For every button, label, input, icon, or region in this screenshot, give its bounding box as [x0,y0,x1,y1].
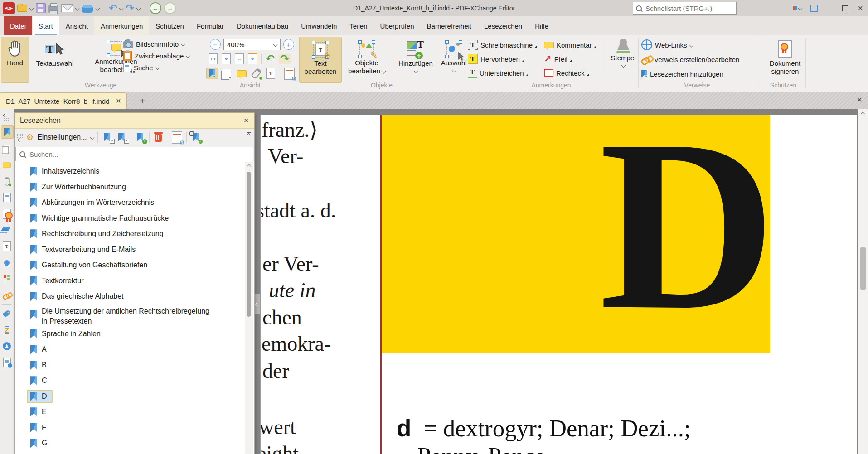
bookmark-item[interactable]: Wichtige grammatische Fachausdrücke [15,211,254,227]
edit-objects-button[interactable]: ✎ Objekte bearbeiten [341,37,393,82]
bookmark-item[interactable]: B [15,357,254,373]
sign-document-button[interactable]: Dokument signieren [763,37,807,82]
open-file-icon[interactable] [17,5,27,12]
sidebar-layers-icon[interactable] [1,224,13,237]
screenshot-button[interactable]: Bildschirmfoto [123,38,189,50]
collapse-strip-icon[interactable] [4,111,7,118]
web-links-button[interactable]: Web-Links [641,39,739,51]
sidebar-order-icon[interactable]: Z [1,324,13,336]
document-scrollbar[interactable] [858,109,868,454]
bookmark-item[interactable]: Zur Wörterbuchbenutzung [15,179,254,195]
panel-collapse-handle[interactable] [254,294,260,314]
sidebar-text-page-icon[interactable]: T [1,240,13,253]
zoom-in-button[interactable]: + [283,39,294,50]
scan-dropdown-icon[interactable] [96,6,100,10]
text-select-button[interactable]: T Textauswahl [26,37,83,82]
bookmarks-pane-toggle[interactable] [206,68,218,79]
sidebar-attachments-icon[interactable] [1,175,13,188]
app-theme-icon[interactable] [788,1,806,15]
save-icon[interactable] [36,3,46,13]
pdf-page[interactable]: franz.⟩ Ver- stadt a. d. er Ver- ute in … [260,115,857,454]
tab-datei[interactable]: Datei [4,16,32,35]
scroll-up-icon[interactable] [861,112,865,116]
tab-lesezeichen[interactable]: Lesezeichen [478,16,529,35]
redo-icon[interactable]: ↷ [126,2,134,14]
bookmark-item[interactable]: G [15,435,254,451]
arrow-button[interactable]: ↗Pfeil [544,53,596,65]
select-objects-button[interactable]: Auswahl [439,37,469,82]
sidebar-links-icon[interactable] [1,289,13,302]
sidebar-thumbnails-icon[interactable] [1,142,13,155]
bookmark-item[interactable]: Abkürzungen im Wörterverzeichnis [15,195,254,211]
delete-bookmark-button[interactable] [153,132,164,143]
search-tool-button[interactable]: Suche [123,62,189,73]
close-button[interactable]: ✕ [853,1,868,15]
create-link-button[interactable]: Verweis erstellen/bearbeiten [641,53,739,65]
bookmark-visibility-button[interactable]: ✓ [190,132,201,143]
comments-pane-toggle[interactable] [236,68,247,79]
tab-formular[interactable]: Formular [190,16,230,35]
bookmarks-scroll-up-icon[interactable] [247,164,252,169]
sidebar-signatures-icon[interactable] [1,208,13,220]
undo-dropdown-icon[interactable] [119,6,124,10]
sidebar-structure-icon[interactable] [1,273,13,285]
bookmark-item[interactable]: Textverarbeitung und E-Mails [15,242,254,258]
rotate-right-icon[interactable]: ↷ [279,54,291,64]
fit-visible-icon[interactable]: ✥ [248,53,257,64]
clipboard-button[interactable]: Zwischenablage [123,50,189,62]
tab-ueberpruefen[interactable]: Überprüfen [374,16,421,35]
attachments-pane-toggle[interactable] [251,68,262,79]
fit-width-icon[interactable]: ↔ [235,53,244,64]
bookmark-item[interactable]: Das griechische Alphabet [15,289,254,304]
rotate-left-icon[interactable]: ↶ [266,54,275,64]
maximize-button[interactable] [837,1,853,15]
back-icon[interactable]: ← [150,2,161,14]
tab-start[interactable]: Start [32,16,59,35]
quickstart-search-input[interactable] [645,4,723,13]
toolbar-collapse-icon[interactable] [247,132,251,137]
bookmark-item[interactable]: C [15,373,254,389]
actual-size-icon[interactable]: 1:1 [209,53,218,64]
sidebar-comments-icon[interactable] [1,159,13,171]
new-bookmark-button[interactable]: + [135,132,145,143]
bookmarks-panel-close-icon[interactable]: ✕ [243,117,249,124]
open-dropdown-icon[interactable] [29,6,34,10]
hand-tool-button[interactable]: Hand [1,37,29,83]
redo-dropdown-icon[interactable] [136,6,141,10]
fit-page-icon[interactable]: ✥ [222,53,231,64]
typewriter-button[interactable]: TSchreibmaschine [468,39,537,51]
bookmarks-scrollbar[interactable] [245,162,253,454]
add-object-button[interactable]: T + Hinzufügen [391,37,441,82]
sidebar-content-icon[interactable] [1,191,13,204]
settings-dropdown-icon[interactable] [90,135,94,140]
tab-close-icon[interactable]: ✕ [116,97,121,105]
new-tab-button[interactable]: + [134,94,150,108]
highlight-button[interactable]: THervorheben [468,53,537,65]
zoom-out-button[interactable]: − [210,39,221,50]
edit-text-button[interactable]: T ✎ Text bearbeiten [299,37,342,83]
sidebar-tags-icon[interactable] [1,307,13,320]
bookmark-item[interactable]: F [15,420,254,436]
underline-button[interactable]: TUnterstreichen [468,67,537,79]
print-icon[interactable] [48,5,58,13]
forward-icon[interactable]: → [164,2,176,14]
tab-umwandeln[interactable]: Umwandeln [295,16,343,35]
expand-all-button[interactable]: + [102,132,112,143]
tab-hilfe[interactable]: Hilfe [529,16,555,35]
bookmark-item[interactable]: Inhaltsverzeichnis [15,164,254,179]
sidebar-destinations-icon[interactable] [1,256,13,269]
document-tab[interactable]: D1_A27_Umtexte_Korr8_b_if.indd ✕ [0,92,127,109]
tabbar-close-icon[interactable]: ✕ [857,96,863,104]
sidebar-accessibility-icon[interactable]: ♟ [1,340,13,353]
tab-anmerkungen[interactable]: Anmerkungen [94,16,149,35]
email-icon[interactable] [61,4,73,12]
tab-dokumentaufbau[interactable]: Dokumentaufbau [230,16,295,35]
bookmark-properties-button[interactable] [172,132,183,143]
minimize-button[interactable]: – [822,1,837,15]
email-dropdown-icon[interactable] [75,6,80,10]
rectangle-button[interactable]: Rechteck [544,67,596,79]
settings-button[interactable]: Einstellungen... [37,133,87,141]
bookmarks-scrollbar-thumb[interactable] [247,172,251,317]
sidebar-bookmarks-icon[interactable] [1,125,14,139]
thumbnails-pane-toggle[interactable] [222,68,233,79]
